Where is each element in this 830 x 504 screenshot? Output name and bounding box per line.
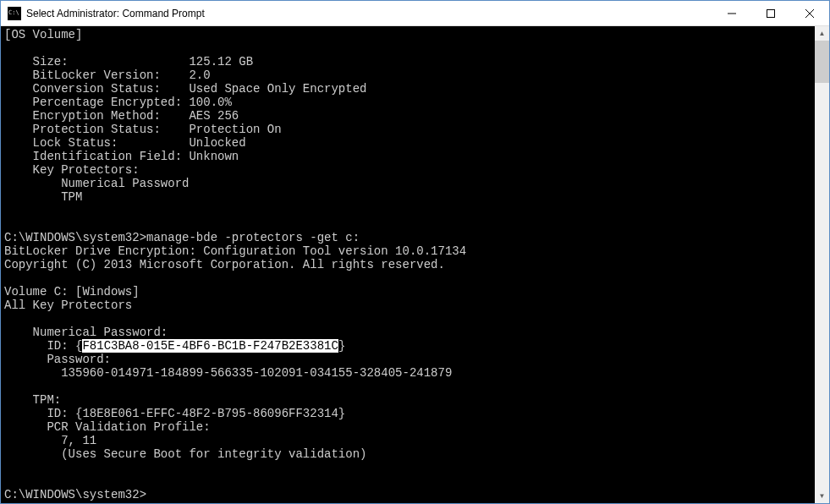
numerical-password-header: Numerical Password: bbox=[4, 326, 168, 339]
conversion-status-label: Conversion Status: bbox=[4, 82, 189, 96]
scrollbar[interactable]: ▲ ▼ bbox=[815, 26, 829, 503]
size-value: 125.12 GB bbox=[189, 55, 253, 68]
key-protector-numerical: Numerical Password bbox=[4, 177, 189, 190]
np-id-prefix: ID: { bbox=[4, 339, 82, 353]
protection-status-value: Protection On bbox=[189, 123, 281, 136]
percentage-encrypted-value: 100.0% bbox=[189, 96, 231, 109]
all-key-protectors-line: All Key Protectors bbox=[4, 299, 132, 312]
maximize-icon bbox=[767, 9, 775, 18]
copyright-line: Copyright (C) 2013 Microsoft Corporation… bbox=[4, 258, 445, 271]
minimize-button[interactable] bbox=[712, 1, 751, 25]
lock-status-label: Lock Status: bbox=[4, 136, 189, 150]
protection-status-label: Protection Status: bbox=[4, 123, 189, 136]
lock-status-value: Unlocked bbox=[189, 136, 245, 150]
tpm-pcr-label: PCR Validation Profile: bbox=[4, 420, 211, 434]
conversion-status-value: Used Space Only Encrypted bbox=[189, 82, 366, 96]
np-id-suffix: } bbox=[338, 339, 345, 353]
terminal-output[interactable]: [OS Volume] Size: 125.12 GB BitLocker Ve… bbox=[1, 26, 815, 503]
key-protectors-label: Key Protectors: bbox=[4, 163, 140, 177]
close-icon bbox=[805, 9, 814, 18]
encryption-method-label: Encryption Method: bbox=[4, 109, 189, 123]
command-text: manage-bde -protectors -get c: bbox=[146, 231, 360, 244]
window-controls bbox=[712, 1, 829, 25]
np-password-label: Password: bbox=[4, 353, 111, 366]
tpm-pcr-value: 7, 11 bbox=[4, 434, 96, 447]
prompt-path: C:\WINDOWS\system32> bbox=[4, 231, 146, 244]
percentage-encrypted-label: Percentage Encrypted: bbox=[4, 96, 189, 109]
key-protector-tpm: TPM bbox=[4, 190, 82, 204]
tpm-header: TPM: bbox=[4, 393, 61, 407]
titlebar[interactable]: Select Administrator: Command Prompt bbox=[1, 1, 829, 26]
np-password-value: 135960-014971-184899-566335-102091-03415… bbox=[4, 366, 452, 380]
size-label: Size: bbox=[4, 55, 189, 68]
tool-version-line: BitLocker Drive Encryption: Configuratio… bbox=[4, 244, 466, 258]
identification-field-label: Identification Field: bbox=[4, 150, 189, 163]
cmd-icon bbox=[8, 7, 21, 20]
encryption-method-value: AES 256 bbox=[189, 109, 239, 123]
prompt-current: C:\WINDOWS\system32> bbox=[4, 488, 146, 501]
window-title: Select Administrator: Command Prompt bbox=[26, 8, 712, 19]
identification-field-value: Unknown bbox=[189, 150, 239, 163]
minimize-icon bbox=[728, 9, 736, 18]
bitlocker-version-label: BitLocker Version: bbox=[4, 68, 189, 82]
scroll-down-button[interactable]: ▼ bbox=[815, 489, 829, 503]
terminal-container: [OS Volume] Size: 125.12 GB BitLocker Ve… bbox=[1, 26, 829, 503]
scroll-thumb[interactable] bbox=[815, 41, 829, 83]
scroll-up-button[interactable]: ▲ bbox=[815, 26, 829, 41]
volume-line: Volume C: [Windows] bbox=[4, 285, 140, 299]
maximize-button[interactable] bbox=[751, 1, 790, 25]
svg-rect-1 bbox=[767, 9, 775, 17]
close-button[interactable] bbox=[790, 1, 829, 25]
tpm-id: ID: {18E8E061-EFFC-48F2-B795-86096FF3231… bbox=[4, 407, 345, 420]
tpm-secure-boot: (Uses Secure Boot for integrity validati… bbox=[4, 447, 366, 461]
os-volume-header: [OS Volume] bbox=[4, 28, 82, 41]
np-id-selected: F81C3BA8-015E-4BF6-BC1B-F247B2E3381C bbox=[82, 339, 338, 353]
bitlocker-version-value: 2.0 bbox=[189, 68, 210, 82]
